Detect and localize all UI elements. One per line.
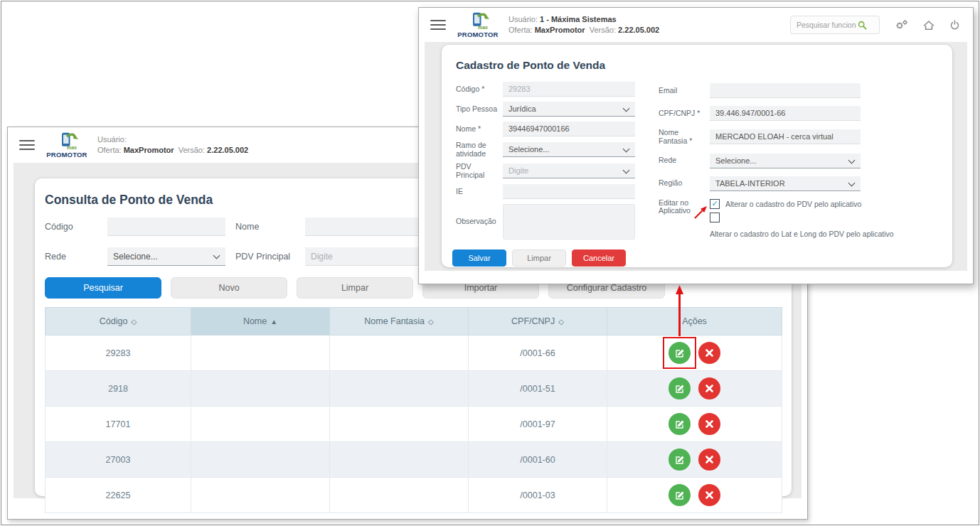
power-icon[interactable]: [949, 20, 960, 31]
pencil-square-icon: [675, 455, 685, 465]
regiao-select[interactable]: TABELA-INTERIOR: [710, 176, 861, 191]
x-icon: [705, 349, 713, 357]
rede-select[interactable]: Selecione...: [710, 154, 861, 168]
salvar-button[interactable]: Salvar: [452, 249, 506, 267]
ie-label: IE: [456, 188, 503, 196]
codigo-input[interactable]: [503, 82, 635, 97]
email-input[interactable]: [710, 83, 861, 98]
cpf-cnpj-label: CPF/CNPJ *: [659, 109, 710, 118]
cadastro-card: Cadastro de Ponto de Venda Código * Tipo…: [442, 45, 952, 267]
home-icon[interactable]: [923, 20, 934, 31]
nome-label: Nome *: [456, 125, 503, 134]
edit-button[interactable]: [669, 484, 691, 506]
column-header-codigo[interactable]: Código◇: [46, 308, 191, 336]
promotor-logo: max PROMOTOR: [456, 12, 500, 38]
cell-nome-fantasia: [330, 371, 469, 407]
pencil-square-icon: [675, 348, 685, 358]
page-title: Cadastro de Ponto de Venda: [456, 59, 952, 72]
cell-cpf-cnpj: /0001-97: [469, 407, 607, 442]
cell-codigo: 29283: [46, 336, 191, 371]
cell-cpf-cnpj: /0001-66: [469, 336, 607, 371]
cell-cpf-cnpj: /0001-60: [469, 442, 607, 478]
column-header-nome[interactable]: Nome▲: [191, 308, 330, 336]
cell-codigo: 17701: [46, 407, 191, 442]
editar-aplicativo-label: Editar no Aplicativo: [659, 198, 710, 215]
delete-button[interactable]: [698, 377, 720, 399]
pesquisar-button[interactable]: Pesquisar: [45, 277, 161, 299]
cell-nome: [191, 371, 330, 407]
codigo-label: Código *: [456, 85, 503, 94]
search-input[interactable]: [795, 20, 858, 30]
pdv-principal-label: PDV Principal: [456, 163, 503, 179]
limpar-button[interactable]: Limpar: [297, 277, 413, 299]
rede-select[interactable]: Selecione...: [107, 247, 225, 266]
edit-button[interactable]: [669, 377, 691, 399]
ramo-atividade-label: Ramo de atividade: [456, 141, 503, 158]
delete-button[interactable]: [698, 413, 720, 435]
cell-nome-fantasia: [330, 336, 469, 371]
cell-nome-fantasia: [330, 478, 469, 513]
table-row: 29283 /0001-66: [46, 336, 782, 371]
x-icon: [705, 456, 713, 463]
search-box[interactable]: [790, 16, 880, 34]
sort-icon: ◇: [558, 318, 564, 326]
nome-input[interactable]: [503, 122, 635, 136]
cell-cpf-cnpj: /0001-51: [469, 371, 607, 407]
cell-nome: [191, 478, 330, 513]
edit-button[interactable]: [669, 413, 691, 435]
cell-nome: [191, 442, 330, 478]
cell-nome: [191, 407, 330, 442]
table-row: 2918 /0001-51: [46, 371, 782, 407]
ramo-atividade-select[interactable]: Selecione...: [503, 142, 635, 157]
nome-fantasia-input[interactable]: [710, 129, 861, 144]
cancelar-button[interactable]: Cancelar: [572, 249, 626, 267]
cadastro-form: Código * Tipo Pessoa Jurídica Nome * Ram…: [456, 82, 938, 240]
checkbox-alterar-pdv[interactable]: ✓: [710, 199, 720, 209]
cpf-cnpj-input[interactable]: [710, 106, 861, 121]
form-buttons: Salvar Limpar Cancelar: [452, 249, 952, 267]
cell-codigo: 2918: [46, 371, 191, 407]
pencil-square-icon: [675, 384, 685, 394]
codigo-input[interactable]: [107, 218, 225, 236]
table-row: 27003 /0001-60: [46, 442, 782, 478]
x-icon: [705, 385, 713, 392]
observacao-label: Observação: [456, 218, 503, 226]
table-row: 17701 /0001-97: [46, 407, 782, 442]
column-header-acoes: Ações: [607, 308, 782, 336]
tipo-pessoa-select[interactable]: Jurídica: [503, 102, 635, 117]
checkbox-label: Alterar o cadastro do PDV pelo aplicativ…: [725, 200, 861, 208]
menu-icon[interactable]: [19, 140, 35, 150]
checkbox-alterar-lat-long[interactable]: [710, 213, 720, 222]
menu-icon[interactable]: [430, 20, 446, 30]
cell-nome-fantasia: [330, 442, 469, 478]
cell-nome-fantasia: [330, 407, 469, 442]
cell-nome: [191, 336, 330, 371]
delete-button[interactable]: [698, 449, 720, 471]
cell-codigo: 27003: [46, 442, 191, 478]
table-header-row: Código◇ Nome▲ Nome Fantasia◇ CPF/CNPJ◇ A…: [46, 308, 782, 336]
edit-button[interactable]: [669, 449, 691, 471]
novo-button[interactable]: Novo: [171, 277, 287, 299]
ie-input[interactable]: [503, 184, 635, 199]
delete-button[interactable]: [698, 342, 720, 364]
observacao-textarea[interactable]: [503, 204, 635, 240]
edit-button[interactable]: [669, 342, 691, 364]
search-icon: [858, 21, 867, 30]
column-header-nome-fantasia[interactable]: Nome Fantasia◇: [330, 308, 469, 336]
column-header-cpf-cnpj[interactable]: CPF/CNPJ◇: [469, 308, 607, 336]
settings-icon[interactable]: [895, 19, 908, 31]
nome-label: Nome: [225, 222, 305, 232]
cadastro-window: max PROMOTOR Usuário: 1 - Máxima Sistema…: [418, 7, 974, 284]
cell-codigo: 22625: [46, 478, 191, 513]
checkbox-group: ✓ Alterar o cadastro do PDV pelo aplicat…: [710, 199, 861, 238]
x-icon: [705, 420, 713, 428]
email-label: Email: [659, 87, 710, 95]
codigo-label: Código: [45, 222, 107, 232]
pdv-principal-label: PDV Principal: [225, 252, 305, 262]
cell-cpf-cnpj: /0001-03: [469, 478, 607, 513]
delete-button[interactable]: [698, 484, 720, 506]
app-header: max PROMOTOR Usuário: 1 - Máxima Sistema…: [419, 8, 973, 42]
pdv-principal-select[interactable]: Digite: [503, 163, 635, 178]
pdv-table: Código◇ Nome▲ Nome Fantasia◇ CPF/CNPJ◇ A…: [45, 307, 782, 513]
limpar-button[interactable]: Limpar: [512, 249, 566, 267]
